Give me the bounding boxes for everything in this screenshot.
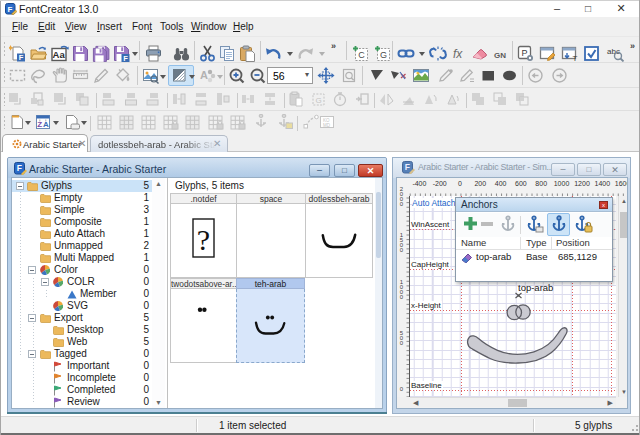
svg-text:G: G bbox=[380, 50, 387, 60]
svg-text:T: T bbox=[573, 54, 578, 63]
svg-text:Aa: Aa bbox=[53, 49, 66, 60]
svg-text:abc: abc bbox=[607, 47, 620, 56]
svg-text:?: ? bbox=[197, 223, 210, 256]
svg-text:GN: GN bbox=[494, 51, 506, 60]
svg-text:F: F bbox=[19, 53, 24, 62]
svg-text:Z: Z bbox=[37, 120, 42, 129]
svg-text:A: A bbox=[43, 120, 49, 129]
svg-text:fx: fx bbox=[453, 47, 463, 61]
svg-text:F: F bbox=[123, 54, 128, 62]
svg-text:P: P bbox=[521, 48, 527, 58]
svg-text:F: F bbox=[405, 162, 410, 172]
svg-text:top-arab: top-arab bbox=[518, 282, 553, 293]
svg-text:F: F bbox=[17, 163, 22, 173]
svg-text:MD: MD bbox=[323, 123, 331, 128]
svg-text:KO: KO bbox=[323, 118, 330, 123]
svg-text:G: G bbox=[315, 96, 321, 105]
svg-text:C: C bbox=[358, 50, 365, 60]
svg-text:F: F bbox=[7, 5, 12, 14]
svg-text:A: A bbox=[200, 69, 208, 81]
